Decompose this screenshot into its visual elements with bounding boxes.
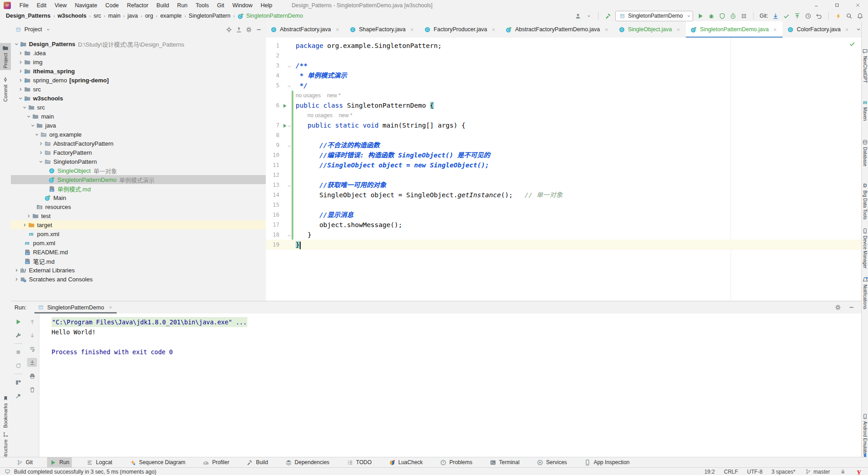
hide-panel-button[interactable] [255,26,262,33]
chevron-down-icon[interactable] [26,114,32,119]
toolwindow-button-run[interactable]: Run [47,457,72,467]
breadcrumb-item-w3schools[interactable]: w3schools [56,13,88,19]
run-line-icon[interactable] [282,102,288,110]
fold-up-icon[interactable] [287,82,292,90]
build-project-button[interactable] [604,12,612,19]
stripe-item-database[interactable]: Database [862,137,868,168]
user-menu-chevron-icon[interactable] [585,12,592,19]
tree-item-img[interactable]: img [11,57,266,66]
tree-item-org-example[interactable]: org.example [11,130,266,139]
chevron-right-icon[interactable] [18,87,24,91]
tree-item-w3schools[interactable]: w3schools [11,94,266,103]
tree-settings-button[interactable] [245,26,252,33]
tree-item-单例模式-md[interactable]: MD单例模式.md [11,184,266,193]
code-line-4[interactable]: 4 * 单例模式演示 [266,71,861,81]
toolwindow-button-terminal[interactable]: Terminal [487,457,522,467]
clear-console-button[interactable] [27,385,37,394]
menu-run[interactable]: Run [173,0,192,10]
toolwindow-button-dependencies[interactable]: Dependencies [283,457,332,467]
run-layout-button[interactable] [740,12,747,19]
stripe-item-maven[interactable]: mMaven [862,97,868,123]
tree-item-java[interactable]: java [11,121,266,130]
fold-down-icon[interactable] [287,62,292,71]
code-line-1[interactable]: 1package org.example.SingletonPattern; [266,41,861,51]
caret-position[interactable]: 19:2 [704,469,715,475]
tab-close-icon[interactable] [771,26,778,33]
breadcrumb-item-org[interactable]: org [144,13,155,19]
code-line-7[interactable]: 7 public static void main(String[] args)… [266,120,861,130]
stripe-item-bookmarks[interactable]: Bookmarks [0,393,11,430]
editor-tab-factoryproducer-java[interactable]: CFactoryProducer.java [420,21,501,38]
run-config-combo[interactable]: SingletonPatternDemo [615,11,693,21]
soft-wrap-button[interactable] [27,344,37,353]
write-access[interactable] [839,468,846,475]
chevron-down-icon[interactable] [38,160,44,164]
toolwindow-button-services[interactable]: Services [534,457,570,467]
stripe-item-device-manager[interactable]: Device Manager [862,226,868,271]
code-line-6[interactable]: 6public class SingletonPatternDemo { [266,100,861,110]
hide-run-panel[interactable] [848,304,855,311]
stripe-item-project[interactable]: Project [0,43,11,70]
breadcrumb-item-src[interactable]: src [92,13,103,19]
tree-item-itheima-spring[interactable]: itheima_spring [11,66,266,76]
stripe-item-notifications[interactable]: Notifications [862,275,868,311]
editor-tab-singleobject-java[interactable]: CSingleObject.java [614,21,686,38]
tree-item-target[interactable]: target [11,220,266,229]
chevron-down-icon[interactable] [14,42,19,46]
code-line-8[interactable]: 8 [266,130,861,140]
rerun-button[interactable] [13,317,23,326]
code-line-15[interactable]: 15 [266,200,861,210]
notifications-button[interactable] [856,12,863,19]
fold-down-icon[interactable] [287,142,292,150]
chevron-right-icon[interactable] [38,151,44,155]
tree-item-spring-demo[interactable]: spring_demo[spring-demo] [11,76,266,85]
code-line-16[interactable]: 16 //显示消息 [266,210,861,220]
tab-close-icon[interactable] [603,26,610,33]
chevron-down-icon[interactable] [34,133,40,137]
toolwindow-button-profiler[interactable]: Profiler [200,457,232,467]
search-everywhere-button[interactable] [845,12,853,19]
inspections-ok-icon[interactable] [849,40,856,48]
tree-item-main[interactable]: main [11,112,266,121]
git-branch[interactable]: master [804,468,830,475]
breadcrumb-item-design-patterns[interactable]: Design_Patterns [5,13,52,19]
git-push-button[interactable] [793,12,801,19]
code-line-2[interactable]: 2 [266,51,861,61]
editor-tab-shapefactory-java[interactable]: CShapeFactory.java [345,21,420,38]
maximize-window-button[interactable] [826,0,847,10]
menu-build[interactable]: Build [152,0,173,10]
toolwindow-button-luacheck[interactable]: LuaCheck [386,457,425,467]
tree-item-test[interactable]: test [11,211,266,220]
collapse-all-button[interactable] [235,26,242,33]
run-settings-gear[interactable] [834,304,841,311]
next-occurrence-button[interactable] [27,331,37,340]
menu-code[interactable]: Code [101,0,123,10]
hint-usages[interactable]: no usages [307,112,332,119]
select-opened-file-button[interactable] [225,26,232,33]
coverage-button[interactable] [718,12,726,19]
menu-window[interactable]: Window [228,0,256,10]
menu-refactor[interactable]: Refactor [123,0,152,10]
hint-usages[interactable]: no usages [296,92,321,99]
code-line-18[interactable]: 18 } [266,230,861,240]
code-line-3[interactable]: 3/** [266,61,861,71]
run-console-output[interactable]: "C:\Program Files\Java\jdk1.8.0_201\bin\… [40,314,861,457]
breadcrumb-item-java[interactable]: java [126,13,139,19]
tab-close-icon[interactable] [844,26,851,33]
tree-item-main[interactable]: CMain [11,193,266,202]
close-icon[interactable] [107,304,114,311]
youtrack[interactable]: y [855,468,863,475]
menu-git[interactable]: Git [213,0,228,10]
code-line-9[interactable]: 9 //不合法的构造函数 [266,140,861,150]
chevron-right-icon[interactable] [14,277,19,281]
fold-down-icon[interactable] [287,122,292,130]
tree-item-src[interactable]: src [11,85,266,94]
menu-file[interactable]: File [15,0,33,10]
code-line-19[interactable]: 19} [266,240,861,250]
tree-item-scratches-and-consoles[interactable]: Scratches and Consoles [11,275,266,284]
tab-close-icon[interactable] [490,26,497,33]
tree-item-src[interactable]: src [11,103,266,112]
chevron-down-icon[interactable] [18,96,24,100]
pin-tab-button[interactable] [13,391,23,400]
tree-item-readme-md[interactable]: MDREADME.md [11,247,266,256]
